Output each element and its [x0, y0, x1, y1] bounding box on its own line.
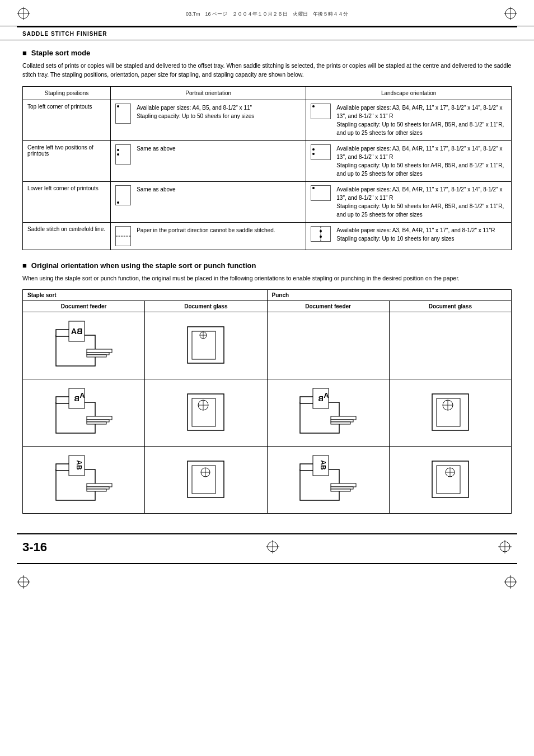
main-content: Staple sort mode Collated sets of prints…: [0, 40, 534, 522]
punch-glass-diagram-2: [427, 386, 474, 439]
glass-cell-punch-1: [389, 312, 511, 379]
th-portrait: Portrait orientation: [111, 86, 306, 100]
top-left-reg-mark: [17, 7, 30, 21]
cell-portrait-3: Same as above: [111, 181, 306, 222]
cell-position-3: Lower left corner of printouts: [23, 181, 111, 222]
orientation-table: Staple sort Punch Document feeder Docume…: [22, 289, 512, 514]
svg-rect-38: [331, 422, 350, 424]
svg-text:BA: BA: [71, 327, 82, 336]
svg-rect-49: [87, 487, 109, 489]
header-meta: 03.Tm 16 ページ ２００４年１０月２６日 火曜日 午後５時４４分: [186, 11, 348, 18]
glass-cell-punch-2: [389, 379, 511, 447]
cell-landscape-1: Available paper sizes: A3, B4, A4R, 11" …: [306, 100, 512, 140]
orient-row-3: AB: [23, 447, 512, 514]
staple-sort-desc: Collated sets of prints or copies will b…: [22, 62, 512, 79]
feeder-cell-punch-1: [267, 312, 389, 379]
svg-rect-40: [437, 398, 460, 426]
feeder-cell-punch-3: AB: [267, 447, 389, 514]
page: 03.Tm 16 ページ ２００４年１０月２６日 火曜日 午後５時４４分 SAD…: [0, 0, 534, 756]
feeder-diagram-1: BA: [53, 318, 115, 372]
svg-text:B: B: [318, 395, 323, 403]
svg-rect-64: [437, 466, 460, 494]
cell-portrait-1: Available paper sizes: A4, B5, and 8-1/2…: [111, 100, 306, 140]
svg-rect-37: [331, 420, 353, 422]
portrait-text-4: Paper in the portrait direction cannot b…: [137, 226, 275, 234]
feeder-diagram-3: AB: [53, 453, 115, 506]
landscape-text-2: Available paper sizes: A3, B4, A4R, 11" …: [336, 144, 507, 178]
portrait-diagram-4: [115, 226, 131, 246]
cell-landscape-3: Available paper sizes: A3, B4, A4R, 11" …: [306, 181, 512, 222]
cell-landscape-4: Available paper sizes: A3, B4, A4R, 11" …: [306, 222, 512, 250]
cell-position-4: Saddle stitch on centrefold line.: [23, 222, 111, 250]
cell-portrait-4: Paper in the portrait direction cannot b…: [111, 222, 306, 250]
orient-header-row: Staple sort Punch: [23, 290, 512, 301]
landscape-diagram-2: [311, 144, 331, 160]
svg-rect-50: [87, 489, 106, 491]
section-title-bar: SADDLE STITCH FINISHER: [0, 27, 534, 40]
feeder-diagram-2: B A: [53, 386, 115, 439]
feeder-cell-punch-2: B A: [267, 379, 389, 447]
orientation-title: Original orientation when using the stap…: [22, 261, 512, 270]
svg-rect-23: [87, 416, 112, 420]
bottom-left-reg: [17, 575, 30, 590]
svg-rect-24: [87, 420, 109, 422]
section-title: SADDLE STITCH FINISHER: [22, 31, 107, 37]
landscape-text-4: Available paper sizes: A3, B4, A4R, 11" …: [336, 226, 495, 243]
svg-rect-14: [192, 331, 216, 359]
portrait-diagram-1: [115, 104, 131, 124]
bottom-right-reg: [504, 575, 517, 590]
punch-feeder-diagram-3: AB: [297, 453, 359, 506]
staple-sort-table: Stapling positions Portrait orientation …: [22, 86, 512, 250]
th-punch: Punch: [267, 290, 512, 301]
svg-rect-62: [331, 489, 350, 491]
landscape-text-3: Available paper sizes: A3, B4, A4R, 11" …: [336, 185, 507, 219]
svg-rect-36: [331, 416, 356, 420]
svg-rect-48: [87, 483, 112, 487]
glass-cell-2: [145, 379, 267, 447]
orient-sub-header-row: Document feeder Document glass Document …: [23, 301, 512, 312]
cell-landscape-2: Available paper sizes: A3, B4, A4R, 11" …: [306, 140, 512, 181]
table-row: Lower left corner of printouts Same as a…: [23, 181, 512, 222]
footer-right-reg: [498, 540, 512, 555]
cell-position-2: Centre left two positions of printouts: [23, 140, 111, 181]
landscape-diagram-4: [311, 226, 331, 242]
th-doc-feeder-2: Document feeder: [267, 301, 389, 312]
th-stapling-positions: Stapling positions: [23, 86, 111, 100]
orientation-desc: When using the staple sort or punch func…: [22, 274, 512, 283]
orient-row-2: B A: [23, 379, 512, 447]
portrait-diagram-2: [115, 144, 131, 165]
punch-feeder-diagram-2: B A: [297, 386, 359, 439]
th-landscape: Landscape orientation: [306, 86, 512, 100]
th-doc-glass-2: Document glass: [389, 301, 511, 312]
th-staple-sort: Staple sort: [23, 290, 268, 301]
original-orientation-section: Original orientation when using the stap…: [22, 261, 512, 514]
orient-row-1: BA: [23, 312, 512, 379]
svg-rect-10: [87, 349, 112, 353]
glass-cell-1: [145, 312, 267, 379]
svg-text:AB: AB: [319, 461, 327, 471]
glass-diagram-1: [182, 318, 229, 372]
svg-text:AB: AB: [75, 461, 83, 471]
punch-glass-diagram-3: [427, 453, 474, 506]
glass-diagram-2: [182, 386, 229, 439]
landscape-text-1: Available paper sizes: A3, B4, A4R, 11" …: [336, 104, 507, 137]
svg-text:B: B: [74, 395, 79, 403]
page-number: 3-16: [22, 540, 47, 555]
svg-rect-52: [192, 466, 216, 494]
portrait-text-3: Same as above: [137, 185, 176, 194]
staple-sort-title: Staple sort mode: [22, 49, 512, 57]
cell-position-1: Top left corner of printouts: [23, 100, 111, 140]
portrait-diagram-3: [115, 185, 131, 205]
feeder-cell-2: B A: [23, 379, 145, 447]
svg-text:A: A: [324, 391, 329, 400]
glass-diagram-3: [182, 453, 229, 506]
staple-sort-section: Staple sort mode Collated sets of prints…: [22, 49, 512, 250]
cell-portrait-2: Same as above: [111, 140, 306, 181]
glass-cell-punch-3: [389, 447, 511, 514]
top-right-reg-mark: [504, 7, 517, 21]
svg-rect-11: [87, 353, 109, 355]
landscape-diagram-1: [311, 104, 331, 119]
table-row: Saddle stitch on centrefold line. Paper …: [23, 222, 512, 250]
feeder-cell-3: AB: [23, 447, 145, 514]
th-doc-glass-1: Document glass: [145, 301, 267, 312]
